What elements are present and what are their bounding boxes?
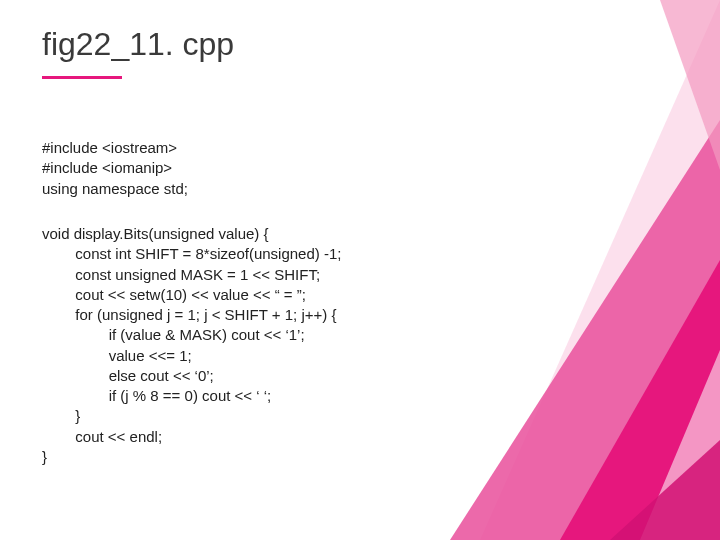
svg-marker-5 bbox=[660, 0, 720, 170]
svg-marker-4 bbox=[610, 440, 720, 540]
svg-marker-1 bbox=[450, 120, 720, 540]
svg-marker-2 bbox=[560, 260, 720, 540]
decorative-triangles bbox=[410, 0, 720, 540]
slide-title: fig22_11. cpp bbox=[42, 26, 234, 63]
code-includes: #include <iostream> #include <iomanip> u… bbox=[42, 138, 188, 199]
svg-marker-3 bbox=[640, 350, 720, 540]
slide: fig22_11. cpp #include <iostream> #inclu… bbox=[0, 0, 720, 540]
title-underline bbox=[42, 76, 122, 79]
code-body: void display.Bits(unsigned value) { cons… bbox=[42, 224, 341, 467]
svg-marker-0 bbox=[480, 0, 720, 540]
